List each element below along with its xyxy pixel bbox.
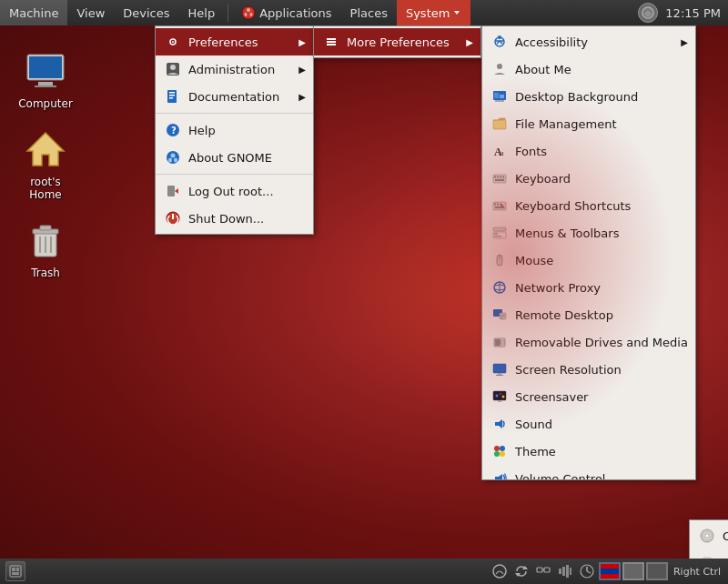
menu-item-fonts[interactable]: A a Fonts	[482, 137, 695, 165]
places-label: Places	[350, 6, 388, 20]
doc-arrow: ▶	[291, 92, 306, 102]
svg-rect-8	[38, 82, 53, 86]
svg-rect-76	[494, 338, 505, 347]
menu-item-volume-control[interactable]: Volume Control	[482, 465, 695, 480]
volume-control-label: Volume Control	[515, 472, 605, 481]
svg-rect-66	[494, 233, 498, 235]
fonts-label: Fonts	[515, 145, 547, 158]
panel-machine[interactable]: Machine	[0, 0, 67, 25]
menu-item-more-preferences[interactable]: More Preferences ▶	[314, 28, 480, 55]
screensaver-menu-icon	[490, 387, 510, 407]
menu-item-keyboard-shortcuts[interactable]: Keyboard Shortcuts	[482, 192, 695, 219]
menu-item-mouse[interactable]: Mouse	[482, 247, 695, 274]
file-mgmt-icon	[492, 116, 507, 131]
tray-connect-icon	[535, 563, 551, 579]
home-icon-item[interactable]: root's Home	[9, 124, 82, 206]
systray-volume-icon[interactable]	[555, 561, 575, 581]
menu-item-screensaver[interactable]: Screensaver	[482, 383, 695, 410]
svg-rect-124	[16, 568, 19, 571]
svg-rect-71	[493, 309, 502, 317]
systray-connect-icon[interactable]	[533, 561, 553, 581]
tray-clock-icon	[579, 563, 595, 579]
computer-icon-item[interactable]: Computer	[9, 45, 82, 115]
panel-left: Machine View Devices Help App	[0, 0, 470, 25]
panel-view[interactable]: View	[67, 0, 114, 25]
svg-rect-61	[497, 204, 499, 206]
clock: 12:15 PM	[665, 6, 721, 20]
about-me-label: About Me	[515, 63, 571, 76]
sound-menu-icon	[490, 414, 510, 434]
svg-rect-81	[496, 375, 503, 376]
screensaver-label: Screensaver	[515, 390, 588, 404]
help-menu-icon: ?	[163, 120, 183, 140]
svg-rect-46	[493, 91, 506, 100]
fonts-menu-icon: A a	[490, 141, 510, 161]
svg-rect-141	[601, 574, 619, 579]
mouse-menu-icon	[490, 250, 510, 270]
panel-system[interactable]: System	[397, 0, 470, 25]
desktop-bg-icon	[492, 89, 507, 104]
doc-icon	[166, 89, 180, 104]
doc-menu-icon	[163, 86, 183, 106]
systray-network-icon[interactable]	[490, 561, 510, 581]
menu-item-menus-toolbars[interactable]: Menus & Toolbars	[482, 219, 695, 247]
show-desktop-icon	[9, 565, 22, 578]
svg-rect-142	[624, 564, 642, 579]
menu-item-network-proxy[interactable]: Network Proxy	[482, 274, 695, 301]
show-desktop-button[interactable]	[5, 561, 25, 581]
trash-icon-item[interactable]: Trash	[9, 215, 82, 284]
svg-rect-38	[327, 41, 336, 43]
admin-menu-icon	[163, 59, 183, 79]
menu-item-removable-drives[interactable]: Removable Drives and Media	[482, 328, 695, 356]
menu-item-documentation[interactable]: Documentation ▶	[156, 83, 313, 110]
svg-rect-23	[169, 92, 175, 94]
panel-help[interactable]: Help	[179, 0, 225, 25]
panel-devices[interactable]: Devices	[114, 0, 178, 25]
panel-applications[interactable]: Applications	[232, 0, 340, 25]
menu-item-sound[interactable]: Sound	[482, 410, 695, 438]
svg-rect-50	[493, 120, 506, 129]
accessibility-arrow: ▶	[673, 37, 688, 47]
fonts-icon: A a	[492, 144, 507, 158]
panel-places[interactable]: Places	[341, 0, 397, 25]
menu-item-help[interactable]: ? Help	[156, 116, 313, 144]
menus-toolbars-menu-icon	[490, 223, 510, 243]
menu-item-about-gnome[interactable]: About GNOME	[156, 144, 313, 171]
menu-item-preferences[interactable]: Preferences ▶	[156, 28, 313, 55]
theme-label: Theme	[515, 445, 556, 458]
svg-point-83	[496, 395, 499, 398]
menu-item-logout[interactable]: Log Out root...	[156, 177, 313, 205]
systray-clock-icon[interactable]	[577, 561, 597, 581]
svg-rect-58	[495, 179, 504, 181]
svg-rect-9	[35, 86, 56, 87]
menu-item-about-me[interactable]: About Me	[482, 55, 695, 83]
menu-item-keyboard[interactable]: Keyboard	[482, 165, 695, 192]
svg-rect-25	[169, 97, 173, 99]
keyboard-layout-2[interactable]	[622, 562, 644, 580]
sound-icon	[492, 417, 507, 431]
systray-refresh-icon[interactable]	[511, 561, 531, 581]
keyboard-layout-indicator[interactable]	[599, 562, 621, 580]
svg-text:?: ?	[171, 126, 177, 136]
menu-item-screen-resolution[interactable]: Screen Resolution	[482, 356, 695, 383]
menu-item-theme[interactable]: Theme	[482, 438, 695, 465]
menu-item-remote-desktop[interactable]: Remote Desktop	[482, 301, 695, 328]
mouse-icon	[492, 253, 507, 267]
menu-item-file-mgmt[interactable]: File Management	[482, 110, 695, 137]
svg-rect-140	[601, 564, 619, 569]
desktop: Machine View Devices Help App	[0, 0, 728, 584]
svg-point-89	[500, 446, 505, 451]
menu-item-administration[interactable]: Administration ▶	[156, 55, 313, 83]
svg-rect-64	[493, 227, 506, 231]
doc-label: Documentation	[188, 90, 279, 104]
more-prefs-menu-panel: Accessibility ▶	[481, 25, 696, 480]
menu-item-desktop-bg[interactable]: Desktop Background	[482, 83, 695, 110]
theme-icon	[492, 444, 507, 458]
network-icon[interactable]	[638, 3, 658, 23]
svg-marker-4	[454, 11, 460, 15]
keyboard-layout-3[interactable]	[646, 562, 668, 580]
about-gnome-label: About GNOME	[188, 151, 272, 165]
svg-rect-55	[497, 176, 499, 178]
menu-item-accessibility[interactable]: Accessibility ▶	[482, 28, 695, 55]
menu-item-shutdown[interactable]: Shut Down...	[156, 205, 313, 232]
